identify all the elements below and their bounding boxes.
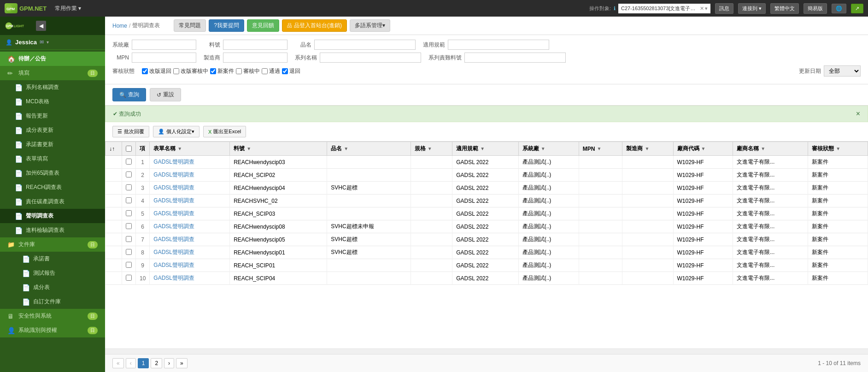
row-checkbox-2[interactable] — [126, 184, 132, 190]
cb-return[interactable]: 退回 — [282, 67, 300, 75]
td-checkbox-9[interactable] — [122, 272, 136, 285]
sidebar-item-sys-id[interactable]: 👤 系統識別與授權 日 — [0, 323, 105, 337]
td-form-name-4[interactable]: GADSL聲明調查 — [150, 207, 230, 220]
cb-revision-review-input[interactable] — [173, 68, 179, 74]
row-checkbox-1[interactable] — [126, 171, 132, 177]
my-questions-button[interactable]: ?我要提問 — [209, 19, 244, 32]
next-page-button[interactable]: › — [164, 358, 174, 368]
cb-new-case-input[interactable] — [210, 68, 216, 74]
cb-return-input[interactable] — [282, 68, 288, 74]
sidebar-item-carbon[interactable]: 📄 責任碳產調查表 — [0, 195, 105, 209]
applicable-spec-filter-icon[interactable]: ▼ — [480, 146, 485, 151]
row-checkbox-5[interactable] — [126, 223, 132, 229]
spec-filter-icon[interactable]: ▼ — [428, 146, 432, 151]
expand-button[interactable]: ↗ — [851, 4, 863, 13]
reset-button[interactable]: ↺ 重設 — [150, 88, 181, 101]
operator-selector[interactable]: C27-1635502813073[文進電子有限... ✕ ▾ — [618, 4, 710, 13]
product-name-filter-icon[interactable]: ▼ — [344, 146, 348, 151]
common-problems-button[interactable]: 常見問題 — [174, 19, 206, 32]
mpn-filter-icon[interactable]: ▼ — [597, 146, 601, 151]
last-page-button[interactable]: » — [176, 358, 188, 368]
select-all-checkbox[interactable] — [126, 146, 132, 152]
form-name-link-2[interactable]: GADSL聲明調查 — [153, 184, 194, 191]
form-name-link-9[interactable]: GADSL聲明調查 — [153, 275, 194, 281]
td-checkbox-5[interactable] — [122, 220, 136, 233]
td-form-name-2[interactable]: GADSL聲明調查 — [150, 182, 230, 195]
td-form-name-1[interactable]: GADSL聲明調查 — [150, 169, 230, 182]
sidebar-item-ca65[interactable]: 📄 加州65調查表 — [0, 166, 105, 180]
login-backend-button[interactable]: 品 品登入首站台(進銷) — [282, 19, 347, 32]
th-system-factory[interactable]: 系統廠 ▼ — [518, 142, 579, 156]
feedback-button[interactable]: 意見回饋 — [247, 19, 279, 32]
form-name-link-4[interactable]: GADSL聲明調查 — [153, 210, 194, 217]
td-form-name-5[interactable]: GADSL聲明調查 — [150, 220, 230, 233]
success-close-button[interactable]: × — [856, 110, 860, 118]
common-work-menu[interactable]: 常用作業 ▾ — [51, 3, 85, 14]
sidebar-item-pledge-update[interactable]: 📄 承諾書更新 — [0, 137, 105, 152]
td-form-name-8[interactable]: GADSL聲明調查 — [150, 259, 230, 272]
page-1-button[interactable]: 1 — [138, 358, 149, 368]
sidebar-item-report-update[interactable]: 📄 報告更新 — [0, 109, 105, 123]
cb-pass-input[interactable] — [262, 68, 268, 74]
cb-revision-return[interactable]: 改版退回 — [142, 67, 171, 75]
prev-page-button[interactable]: ‹ — [126, 358, 136, 368]
update-date-select[interactable]: 全部 今日 本週 本月 — [824, 65, 861, 77]
td-form-name-9[interactable]: GADSL聲明調查 — [150, 272, 230, 285]
cb-reviewing[interactable]: 審核中 — [236, 67, 260, 75]
td-checkbox-6[interactable] — [122, 233, 136, 246]
form-name-link-7[interactable]: GADSL聲明調查 — [153, 249, 194, 255]
sidebar-item-ingredient[interactable]: 📄 成分表 — [0, 280, 105, 295]
row-checkbox-7[interactable] — [126, 249, 132, 255]
form-name-link-0[interactable]: GADSL聲明調查 — [153, 159, 194, 165]
export-excel-button[interactable]: X 匯出至Excel — [203, 126, 246, 137]
sidebar-item-fill[interactable]: ✏ 填寫 日 — [0, 66, 105, 80]
sidebar-item-incoming[interactable]: 📄 進料檢驗調查表 — [0, 223, 105, 237]
cb-pass[interactable]: 通過 — [262, 67, 280, 75]
applicable-spec-input[interactable] — [448, 40, 549, 50]
search-button[interactable]: 🔍 查詢 — [112, 88, 146, 101]
mpn-input[interactable] — [132, 53, 196, 63]
sidebar-item-docs[interactable]: 📁 文件庫 日 — [0, 237, 105, 252]
form-name-link-8[interactable]: GADSL聲明調查 — [153, 262, 194, 268]
part-number-input[interactable] — [223, 40, 287, 50]
system-factory-filter-icon[interactable]: ▼ — [541, 146, 545, 151]
td-checkbox-0[interactable] — [122, 156, 136, 169]
user-arrow[interactable]: ▾ — [47, 40, 49, 45]
td-checkbox-8[interactable] — [122, 259, 136, 272]
lang-simple-button[interactable]: 簡易版 — [803, 3, 827, 14]
sidebar-item-custom-lib[interactable]: 📄 自訂文件庫 — [0, 295, 105, 309]
cb-revision-return-input[interactable] — [142, 68, 148, 74]
cb-reviewing-input[interactable] — [236, 68, 242, 74]
series-responsible-input[interactable] — [464, 53, 566, 63]
td-checkbox-4[interactable] — [122, 207, 136, 220]
sidebar-item-series-survey[interactable]: 📄 系列名稱調查 — [0, 80, 105, 94]
th-form-name[interactable]: 表單名稱 ▼ — [150, 142, 230, 156]
th-review-status[interactable]: 審核狀態 ▼ — [808, 142, 868, 156]
sidebar-item-declaration[interactable]: 📄 聲明調查表 — [0, 209, 105, 223]
batch-return-button[interactable]: ☰ 批次回覆 — [112, 126, 149, 137]
sidebar-item-mcd[interactable]: 📄 MCD表格 — [0, 94, 105, 109]
row-checkbox-0[interactable] — [126, 159, 132, 165]
td-checkbox-7[interactable] — [122, 246, 136, 259]
th-mpn[interactable]: MPN ▼ — [579, 142, 622, 156]
connect-button[interactable]: 連接到 ▾ — [738, 3, 766, 14]
form-name-link-6[interactable]: GADSL聲明調查 — [153, 236, 194, 242]
td-form-name-6[interactable]: GADSL聲明調查 — [150, 233, 230, 246]
sidebar-item-test-report[interactable]: 📄 測試報告 — [0, 266, 105, 280]
part-number-filter-icon[interactable]: ▼ — [246, 146, 251, 151]
sidebar-item-notifications[interactable]: 🏠 待辦／公告 — [0, 52, 105, 66]
sidebar-back-button[interactable]: ◀ — [36, 21, 46, 31]
td-form-name-0[interactable]: GADSL聲明調查 — [150, 156, 230, 169]
system-factory-input[interactable] — [132, 40, 196, 50]
td-checkbox-2[interactable] — [122, 182, 136, 195]
th-spec[interactable]: 規格 ▼ — [411, 142, 452, 156]
series-name-input[interactable] — [320, 53, 421, 63]
cb-revision-review[interactable]: 改版審核中 — [173, 67, 208, 75]
td-checkbox-3[interactable] — [122, 195, 136, 207]
operator-dropdown[interactable]: ▾ — [705, 6, 708, 12]
manufacturer-input[interactable] — [223, 53, 287, 63]
row-checkbox-3[interactable] — [126, 197, 132, 203]
th-product-name[interactable]: 品名 ▼ — [327, 142, 411, 156]
sidebar-item-pledge[interactable]: 📄 承諾書 — [0, 252, 105, 266]
sidebar-item-reach[interactable]: 📄 REACH調查表 — [0, 180, 105, 195]
